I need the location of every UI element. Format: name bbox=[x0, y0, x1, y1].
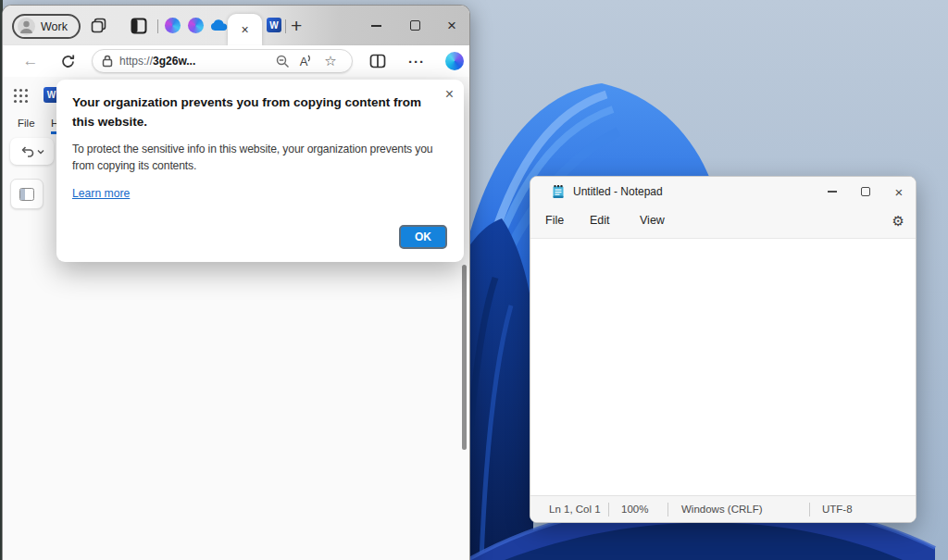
url-text: https://3g26w... bbox=[119, 55, 270, 68]
status-cursor-position: Ln 1, Col 1 bbox=[549, 504, 608, 515]
browser-close-button[interactable]: × bbox=[436, 6, 468, 45]
star-icon: ☆ bbox=[324, 53, 336, 69]
settings-more-button[interactable]: ··· bbox=[403, 45, 430, 77]
back-arrow-icon: ← bbox=[23, 52, 39, 70]
tab-group-divider bbox=[285, 19, 286, 33]
address-bar[interactable]: https://3g26w... A ☆ bbox=[92, 49, 353, 73]
notepad-settings-gear-icon[interactable]: ⚙ bbox=[892, 213, 904, 230]
word-file-menu[interactable]: File bbox=[18, 118, 35, 129]
active-tab[interactable]: × bbox=[228, 14, 262, 45]
back-button[interactable]: ← bbox=[16, 45, 45, 77]
read-aloud-icon: A bbox=[300, 55, 308, 68]
tab-onedrive[interactable] bbox=[210, 19, 228, 31]
copilot-favicon-icon bbox=[165, 18, 181, 33]
read-aloud-button[interactable]: A bbox=[294, 55, 318, 68]
dialog-body: To protect the sensitive info in this we… bbox=[72, 141, 455, 175]
notepad-window: Untitled - Notepad × File Edit View ⚙ Ln… bbox=[530, 176, 917, 523]
side-pane-button[interactable] bbox=[10, 179, 44, 209]
split-screen-button[interactable] bbox=[364, 45, 392, 77]
notepad-menu-view[interactable]: View bbox=[640, 214, 665, 227]
edge-browser-window: Work × W + bbox=[2, 5, 470, 560]
copilot-icon bbox=[445, 52, 464, 70]
tab-copilot-2[interactable] bbox=[188, 18, 204, 33]
notepad-titlebar[interactable]: Untitled - Notepad × bbox=[530, 177, 916, 206]
refresh-icon bbox=[60, 54, 76, 69]
profile-label: Work bbox=[41, 20, 68, 33]
copilot-favicon-icon bbox=[188, 18, 204, 33]
split-screen-icon bbox=[369, 54, 386, 68]
copilot-button[interactable] bbox=[440, 45, 469, 77]
avatar-icon bbox=[18, 18, 35, 35]
browser-maximize-button[interactable] bbox=[399, 6, 430, 45]
app-launcher-button[interactable] bbox=[14, 89, 28, 103]
browser-content: W File H × Your organization prevents yo… bbox=[3, 77, 469, 560]
notepad-app-icon bbox=[551, 184, 566, 200]
notepad-close-button[interactable]: × bbox=[882, 177, 916, 206]
undo-button[interactable] bbox=[10, 138, 54, 165]
zoom-out-icon bbox=[276, 55, 290, 68]
learn-more-link[interactable]: Learn more bbox=[72, 187, 130, 200]
browser-minimize-button[interactable] bbox=[360, 6, 392, 45]
ellipsis-icon: ··· bbox=[408, 54, 425, 69]
notepad-menu-edit[interactable]: Edit bbox=[590, 214, 610, 227]
onedrive-cloud-icon bbox=[210, 19, 228, 31]
workspaces-icon[interactable] bbox=[90, 17, 108, 35]
lock-icon bbox=[102, 55, 113, 68]
notepad-minimize-button[interactable] bbox=[816, 177, 849, 206]
zoom-out-button[interactable] bbox=[270, 55, 294, 68]
chevron-down-icon bbox=[37, 149, 44, 155]
notepad-window-title: Untitled - Notepad bbox=[573, 185, 663, 198]
copy-blocked-dialog: × Your organization prevents you from co… bbox=[56, 80, 464, 262]
tab-word[interactable]: W bbox=[267, 18, 281, 32]
favorite-button[interactable]: ☆ bbox=[318, 53, 343, 69]
notepad-menu-file[interactable]: File bbox=[545, 214, 564, 227]
notepad-text-area[interactable] bbox=[530, 239, 916, 495]
tab-group-divider bbox=[157, 19, 158, 33]
ok-button[interactable]: OK bbox=[399, 225, 447, 249]
notepad-status-bar: Ln 1, Col 1 100% Windows (CRLF) UTF-8 bbox=[530, 495, 916, 522]
notepad-menubar: File Edit View ⚙ bbox=[530, 206, 916, 238]
refresh-button[interactable] bbox=[53, 45, 82, 77]
word-favicon-icon: W bbox=[267, 18, 281, 32]
new-tab-button[interactable]: + bbox=[291, 16, 302, 35]
status-zoom-level: 100% bbox=[621, 504, 667, 515]
dialog-close-icon[interactable]: × bbox=[445, 86, 454, 103]
tab-copilot-1[interactable] bbox=[165, 18, 181, 33]
close-tab-icon[interactable]: × bbox=[241, 23, 248, 36]
status-encoding: UTF-8 bbox=[822, 504, 853, 515]
browser-navbar: ← https://3g26w... A bbox=[3, 45, 469, 77]
browser-tab-strip: Work × W + bbox=[3, 6, 469, 45]
profile-button[interactable]: Work bbox=[12, 14, 81, 39]
dialog-title: Your organization prevents you from copy… bbox=[72, 93, 435, 132]
page-scrollbar-thumb[interactable] bbox=[462, 265, 467, 450]
notepad-maximize-button[interactable] bbox=[849, 177, 882, 206]
undo-icon bbox=[20, 145, 34, 157]
pane-icon bbox=[19, 188, 34, 201]
status-line-ending: Windows (CRLF) bbox=[681, 504, 809, 515]
vertical-tabs-icon[interactable] bbox=[131, 18, 147, 34]
